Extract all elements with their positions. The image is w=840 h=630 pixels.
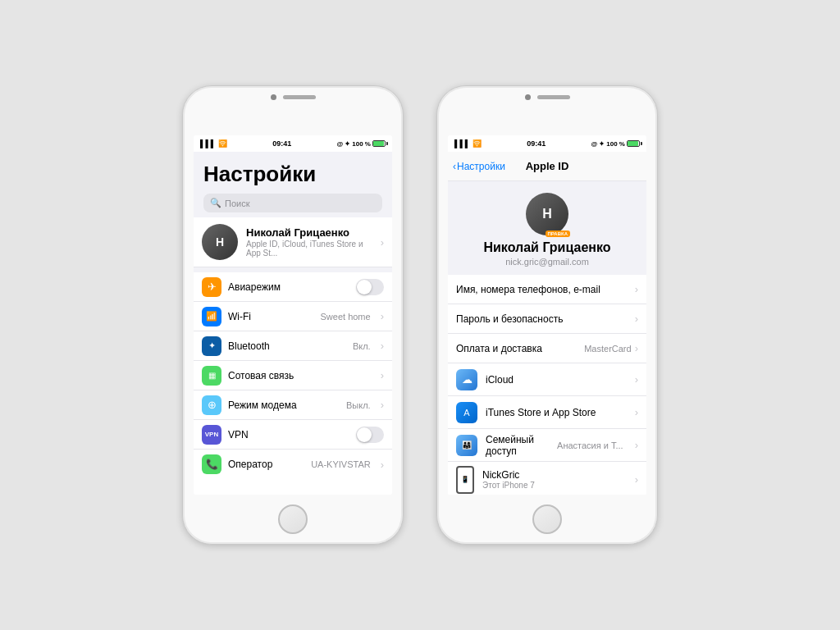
service-itunes-appstore[interactable]: A iTunes Store и App Store › [448,396,646,429]
phone-settings: ▌▌▌ 🛜 09:41 @ ✦ 100 % Настройки 🔍 Поиск [182,85,404,545]
operator-chevron: › [381,459,384,471]
bluetooth-label: Bluetooth [228,340,346,352]
profile-row[interactable]: Н Николай Грицаенко Apple ID, iCloud, iT… [194,217,392,267]
back-button[interactable]: ‹ Настройки [453,161,505,172]
name-phones-chevron: › [635,283,638,295]
menu-item-name-phones[interactable]: Имя, номера телефонов, e-mail › [448,275,646,304]
hotspot-value: Выкл. [346,400,371,410]
family-label: Семейный доступ [486,434,549,457]
hotspot-icon: ⊕ [202,395,221,415]
back-chevron-icon: ‹ [453,161,456,172]
service-family[interactable]: 👨‍👩‍👧 Семейный доступ Анастасия и Т... › [448,429,646,462]
operator-value: UA-KYIVSTAR [311,459,371,469]
settings-item-airplane[interactable]: ✈ Авиарежим [194,272,392,302]
apple-id-screen: ▌▌▌ 🛜 09:41 @ ✦ 100 % ‹ Настройки Apple … [448,135,646,495]
apple-id-email: nick.gric@gmail.com [505,257,589,267]
home-button[interactable] [278,504,308,534]
apple-id-name: Николай Грицаенко [483,240,610,255]
itunes-label: iTunes Store и App Store [486,407,627,418]
phone2-top-bezel [437,86,657,135]
chevron-icon: › [381,236,384,249]
phone2-home-button[interactable] [532,504,562,534]
password-label: Пароль и безопасность [456,313,635,325]
iphone-chevron: › [635,473,638,486]
search-icon: 🔍 [210,198,221,208]
status-bar: ▌▌▌ 🛜 09:41 @ ✦ 100 % [194,135,392,152]
payment-value: MasterCard [584,344,631,354]
iphone-device-icon: 📱 [456,466,474,494]
phone2-battery-pct: 100 % [606,140,625,148]
family-icon: 👨‍👩‍👧 [456,435,477,456]
settings-list: ✈ Авиарежим 📶 Wi-Fi Sweet home › ✦ Bluet… [194,272,392,495]
phone-apple-id: ▌▌▌ 🛜 09:41 @ ✦ 100 % ‹ Настройки Apple … [436,85,658,545]
earpiece-speaker [283,95,316,99]
phone2-location: @ [591,140,597,148]
vpn-toggle-knob [357,427,372,442]
name-phones-label: Имя, номера телефонов, e-mail [456,284,635,295]
vpn-label: VPN [228,429,349,441]
battery-fill [373,141,384,146]
payment-label: Оплата и доставка [456,343,584,354]
bluetooth-icon: ✦ [202,336,221,356]
settings-item-wifi[interactable]: 📶 Wi-Fi Sweet home › [194,302,392,331]
settings-item-hotspot[interactable]: ⊕ Режим модема Выкл. › [194,390,392,420]
phone2-camera-row [525,94,570,100]
airplane-icon: ✈ [202,277,221,297]
bluetooth-status: ✦ [345,140,350,148]
signal-strength: ▌▌▌ [200,139,216,148]
icloud-icon: ☁ [456,369,477,390]
hotspot-label: Режим модема [228,399,340,411]
phone-bottom-bezel [278,495,308,544]
settings-item-bluetooth[interactable]: ✦ Bluetooth Вкл. › [194,331,392,361]
phone2-battery-fill [628,141,638,146]
wifi-chevron: › [381,310,384,322]
wifi-value: Sweet home [321,312,371,322]
family-value: Анастасия и Т... [557,441,623,450]
profile-avatar: Н [202,224,238,260]
menu-item-payment[interactable]: Оплата и доставка MasterCard › [448,334,646,363]
nav-bar: ‹ Настройки Apple ID [448,152,646,181]
search-bar[interactable]: 🔍 Поиск [203,194,382,212]
vpn-icon: VPN [202,425,221,445]
cellular-icon: ▦ [202,366,221,386]
vpn-toggle[interactable] [356,427,384,443]
icloud-label: iCloud [486,374,627,386]
battery-icon [372,140,386,147]
wifi-settings-icon: 📶 [202,307,221,326]
settings-item-vpn[interactable]: VPN VPN [194,420,392,450]
status-time: 09:41 [272,139,291,148]
icloud-chevron: › [635,373,638,386]
service-icloud[interactable]: ☁ iCloud › [448,363,646,396]
bluetooth-chevron: › [381,340,384,352]
avatar-wrapper: Н ПРАВКА [526,193,568,235]
profile-subtitle: Apple ID, iCloud, iTunes Store и App St.… [246,240,372,258]
phone2-time: 09:41 [527,139,546,148]
settings-item-cellular[interactable]: ▦ Сотовая связь › [194,361,392,390]
pravka-badge[interactable]: ПРАВКА [546,231,570,237]
settings-item-operator[interactable]: 📞 Оператор UA-KYIVSTAR › [194,450,392,479]
front-camera [271,94,276,100]
status-right: @ ✦ 100 % [336,140,386,148]
device-iphone[interactable]: 📱 NickGric Этот iPhone 7 › [448,462,646,495]
back-label: Настройки [457,161,505,172]
phone2-status-bar: ▌▌▌ 🛜 09:41 @ ✦ 100 % [448,135,646,152]
location-icon: @ [336,140,343,148]
phone2-earpiece [537,95,570,99]
cellular-label: Сотовая связь [228,370,374,381]
phone2-bt: ✦ [599,140,605,148]
airplane-label: Авиарежим [228,281,349,293]
phone2-signal: ▌▌▌ [454,139,470,148]
iphone-sub: Этот iPhone 7 [482,481,627,490]
apple-id-profile: Н ПРАВКА Николай Грицаенко nick.gric@gma… [448,181,646,275]
payment-chevron: › [635,342,638,354]
settings-title: Настройки [203,162,382,187]
settings-screen: ▌▌▌ 🛜 09:41 @ ✦ 100 % Настройки 🔍 Поиск [194,135,392,495]
phone2-status-left: ▌▌▌ 🛜 [454,139,482,148]
battery-percent: 100 % [352,140,371,148]
airplane-toggle[interactable] [356,279,384,295]
itunes-chevron: › [635,406,638,418]
menu-item-password[interactable]: Пароль и безопасность › [448,304,646,334]
apple-id-avatar: Н [526,193,568,235]
password-chevron: › [635,313,638,325]
toggle-knob [357,280,372,294]
